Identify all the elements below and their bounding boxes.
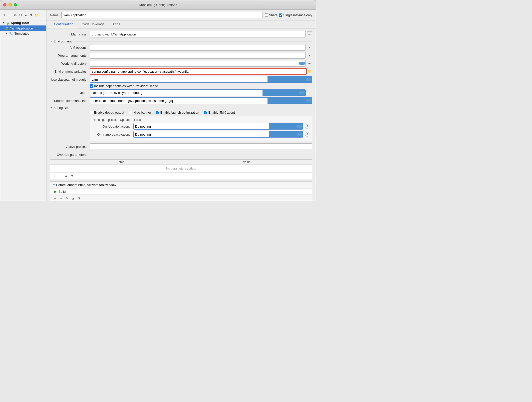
enable-jmx-label[interactable]: Enable JMX agent xyxy=(204,111,235,114)
env-vars-row: Environment variables: 📁 xyxy=(50,68,312,75)
single-instance-label[interactable]: Single instance only xyxy=(279,13,312,17)
main-content: + − ⧉ ⚙ ▲ ▼ 📁 ↕ ▼ 🍃 Spring Boot 🍃 YamlAp… xyxy=(0,10,316,201)
templates-label: Templates xyxy=(14,32,29,35)
jre-dropdown[interactable]: Default (10 - SDK of 'yaml' module) xyxy=(90,89,306,96)
sidebar-item-templates[interactable]: ▶ 🔧 Templates xyxy=(0,31,46,36)
enable-debug-label[interactable]: Enable debug output xyxy=(90,111,124,114)
share-checkbox[interactable] xyxy=(265,13,268,17)
include-deps-text: Include dependencies with "Provided" sco… xyxy=(94,84,158,88)
table-down-button[interactable]: ▼ xyxy=(70,173,75,178)
table-col-check xyxy=(52,160,57,164)
include-deps-label[interactable]: Include dependencies with "Provided" sco… xyxy=(90,84,158,88)
before-launch-collapse-icon[interactable]: ▼ xyxy=(53,184,55,186)
working-dir-input[interactable] xyxy=(90,60,306,67)
before-launch-section: ▼ Before launch: Build, Activate tool wi… xyxy=(50,181,312,201)
table-up-button[interactable]: ▲ xyxy=(64,173,69,178)
sidebar: + − ⧉ ⚙ ▲ ▼ 📁 ↕ ▼ 🍃 Spring Boot 🍃 YamlAp… xyxy=(0,10,46,201)
enable-jmx-checkbox[interactable] xyxy=(204,111,207,114)
share-area: Share Single instance only xyxy=(265,13,312,17)
sort-button[interactable]: ↕ xyxy=(40,12,44,18)
tab-configuration[interactable]: Configuration xyxy=(50,20,77,28)
classpath-dropdown-wrapper: yaml xyxy=(90,76,312,83)
env-vars-folder-button[interactable]: 📁 xyxy=(307,69,312,74)
program-args-input[interactable] xyxy=(90,52,306,59)
classpath-dropdown[interactable]: yaml xyxy=(90,76,312,83)
override-params-label: Override parameters: xyxy=(50,153,90,157)
tab-code-coverage[interactable]: Code Coverage xyxy=(78,20,108,28)
program-args-row: Program arguments: ⤢ xyxy=(50,52,312,59)
main-class-label: Main class: xyxy=(50,32,90,36)
remove-config-button[interactable]: − xyxy=(8,12,12,18)
vm-options-label: VM options: xyxy=(50,46,90,49)
tab-bar: Configuration Code Coverage Logs xyxy=(46,20,316,28)
build-arrow-icon: ▶ xyxy=(54,190,57,194)
minimize-button[interactable] xyxy=(8,3,12,6)
env-vars-label: Environment variables: xyxy=(50,70,90,73)
maximize-button[interactable] xyxy=(14,3,17,6)
program-args-label: Program arguments: xyxy=(50,54,90,57)
working-dir-dropdown-btn[interactable]: ▾ xyxy=(302,62,305,65)
on-frame-help-button[interactable]: ? xyxy=(305,132,309,137)
vm-options-expand-button[interactable]: ⤢ xyxy=(307,45,312,50)
move-down-button[interactable]: ▼ xyxy=(29,12,34,18)
single-instance-text: Single instance only xyxy=(283,13,312,17)
share-checkbox-label[interactable]: Share xyxy=(265,13,278,17)
active-profiles-input[interactable] xyxy=(90,143,312,150)
triangle-right-icon: ▶ xyxy=(6,32,7,35)
hide-banner-checkbox[interactable] xyxy=(129,111,132,114)
jre-expand-button[interactable]: ··· xyxy=(307,90,312,95)
working-dir-folder-button[interactable]: ··· xyxy=(307,61,312,66)
before-launch-remove-button[interactable]: − xyxy=(59,196,64,201)
on-update-dropdown[interactable]: Do nothing xyxy=(133,123,303,130)
settings-button[interactable]: ⚙ xyxy=(18,12,23,18)
shorten-cmd-label: Shorten command line: xyxy=(50,99,90,103)
hide-banner-label[interactable]: Hide banner xyxy=(129,111,151,114)
spring-boot-icon: 🍃 xyxy=(5,21,10,25)
hide-banner-text: Hide banner xyxy=(133,111,151,114)
override-params-row: Override parameters: xyxy=(50,151,312,158)
override-params-table: Name Value No parameters added. + − ▲ ▼ xyxy=(50,159,312,179)
spring-boot-collapse-icon[interactable]: ▼ xyxy=(50,106,52,109)
copy-config-button[interactable]: ⧉ xyxy=(13,12,17,18)
folder-button[interactable]: 📁 xyxy=(34,12,39,18)
on-frame-label: On frame deactivation: xyxy=(93,133,131,136)
single-instance-checkbox[interactable] xyxy=(279,13,282,17)
sidebar-item-yaml-app[interactable]: 🍃 YamlApplication xyxy=(0,25,46,31)
tab-logs[interactable]: Logs xyxy=(109,20,124,28)
classpath-label: Use classpath of module: xyxy=(50,78,90,81)
shorten-cmd-dropdown[interactable]: user-local default: none - java [options… xyxy=(90,97,312,104)
add-config-button[interactable]: + xyxy=(2,12,7,18)
env-vars-input[interactable] xyxy=(90,68,307,75)
include-deps-checkbox[interactable] xyxy=(90,84,93,88)
enable-launch-checkbox[interactable] xyxy=(156,111,159,114)
program-args-expand-button[interactable]: ⤢ xyxy=(307,53,312,58)
table-remove-button[interactable]: − xyxy=(58,173,63,178)
config-area: Main class: ··· ▼ Environment VM options… xyxy=(46,28,316,201)
before-launch-up-button[interactable]: ▲ xyxy=(71,196,76,201)
name-label: Name: xyxy=(50,13,59,17)
table-toolbar: + − ▲ ▼ xyxy=(50,172,312,179)
move-up-button[interactable]: ▲ xyxy=(24,12,28,18)
main-class-input[interactable] xyxy=(90,31,306,37)
close-button[interactable] xyxy=(3,3,6,6)
active-profiles-label: Active profiles: xyxy=(50,145,90,149)
sidebar-item-spring-boot[interactable]: ▼ 🍃 Spring Boot xyxy=(0,20,46,25)
before-launch-down-button[interactable]: ▼ xyxy=(77,196,82,201)
running-app-title: Running Application Update Policies xyxy=(93,118,309,122)
on-frame-dropdown[interactable]: Do nothing xyxy=(133,131,303,138)
enable-debug-checkbox[interactable] xyxy=(90,111,93,114)
before-launch-edit-button[interactable]: ✎ xyxy=(65,196,70,201)
main-class-expand-button[interactable]: ··· xyxy=(307,31,312,37)
enable-launch-label[interactable]: Enable launch optimization xyxy=(156,111,199,114)
vm-options-input[interactable] xyxy=(90,44,306,51)
wrench-icon: 🔧 xyxy=(9,32,13,35)
before-launch-add-button[interactable]: + xyxy=(53,196,58,201)
shorten-cmd-dropdown-wrapper: user-local default: none - java [options… xyxy=(90,97,312,104)
on-update-help-button[interactable]: ? xyxy=(305,124,309,129)
environment-section-header: ▼ Environment xyxy=(50,39,312,43)
table-add-button[interactable]: + xyxy=(52,173,57,178)
section-collapse-icon[interactable]: ▼ xyxy=(50,40,52,43)
name-input[interactable] xyxy=(61,12,263,18)
working-dir-label: Working directory: xyxy=(50,62,90,65)
table-empty-message: No parameters added. xyxy=(50,165,312,172)
